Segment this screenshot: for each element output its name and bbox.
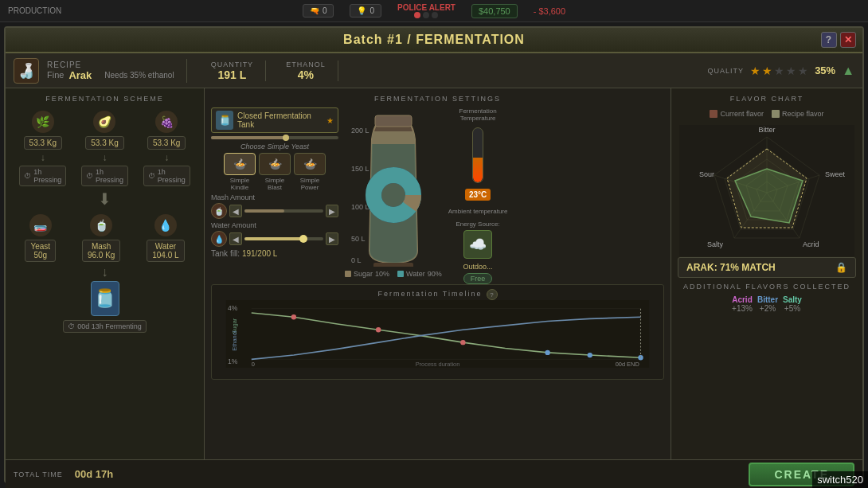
quality-section: QUALITY ★ ★ ★ ★ ★ 35% ▲ [708,64,854,78]
match-text: ARAK: 71% MATCH [686,262,776,273]
top-bar: PRODUCTION 🔫 0 💡 0 POLICE ALERT $40,750 … [0,0,868,22]
jar-legend: Sugar 10% Water 90% [345,270,442,278]
resource2-icon: 💡 [357,6,366,15]
yeast-bowl-1[interactable]: 🍲 [224,153,256,175]
water-pct: 90% [428,270,442,278]
police-dots [414,12,438,18]
svg-text:0 L: 0 L [351,256,362,264]
ingredients-row: 🌿 53.3 Kg 🥑 53.3 Kg 🍇 53.3 Kg [12,109,197,150]
temp-energy-section: FermentationTemperature 23°C Ambient tem… [448,107,508,284]
quantity-stat: QUANTITY 191 L [199,61,267,81]
yeast-bowl-2[interactable]: 🍲 [259,153,291,175]
yeast-name-3: SimplePower [300,177,319,191]
mash-amount-ctrl: Mash Amount 🍵 ◀ ▶ [211,193,338,219]
svg-text:Acrid: Acrid [803,240,819,248]
thermometer [472,127,483,183]
jar-section: 200 L 150 L 100 L 50 L 0 L [345,107,442,284]
svg-point-22 [291,314,296,319]
yeast-option-1[interactable]: 🍲 SimpleKindle [224,153,256,191]
svg-text:4%: 4% [228,304,238,312]
yeast-option-3[interactable]: 🍲 SimplePower [294,153,326,191]
tank-icon: 🫙 [216,111,233,130]
timeline-help-icon[interactable]: ? [487,289,498,300]
process-2: ⏱1hPressing [81,166,128,186]
clock-icon-ferm: ⏱ [68,322,75,330]
water-decrease-btn[interactable]: ◀ [229,232,242,245]
salty-name: Salty [783,295,802,304]
yeast-choose-title: Choose Simple Yeast [211,142,338,150]
therm-fill [473,158,483,182]
water-increase-btn[interactable]: ▶ [326,232,338,245]
tank-config: 🫙 Closed Fermentation Tank ★ Choose Simp… [211,107,338,284]
ingredient-3-amount: 53.3 Kg [147,136,186,150]
water-slider[interactable] [244,237,323,240]
timeline-title: Fermentation Timeline [377,290,482,298]
recipe-info: RECIPE Fine Arak Needs 35% ethanol [47,61,174,81]
salty-value: +5% [784,304,800,313]
ingredient-1: 🌿 53.3 Kg [24,109,62,150]
ingredient-2-amount: 53.3 Kg [85,136,123,150]
mash-decrease-btn[interactable]: ◀ [229,205,242,217]
ingredient-1-icon: 🌿 [32,111,54,133]
total-time-label: TOTAL TIME [14,470,63,478]
main-window: Batch #1 / FERMENTATION ? ✕ 🍶 RECIPE Fin… [4,26,864,483]
watermark: switch520 [812,471,868,488]
energy-cost: Free [463,273,493,284]
mash-slider[interactable] [244,209,323,213]
svg-point-25 [545,350,549,355]
tank-fill-value: 191/200 L [242,249,278,258]
money-badge: $40,750 [471,4,518,18]
tank-name: Closed Fermentation Tank [237,111,323,129]
svg-text:0: 0 [252,361,255,368]
svg-point-24 [460,340,465,345]
total-time-value: 00d 17h [75,468,113,480]
content-area: FERMENTATION SCHEME 🌿 53.3 Kg 🥑 53.3 Kg … [6,88,862,459]
process-1: ⏱1hPressing [19,166,66,186]
recipe-flavor-legend: Recipe flavor [772,110,824,118]
police-alert-section: POLICE ALERT [397,3,456,18]
bottom-bar: TOTAL TIME 00d 17h CREATE [6,459,862,488]
svg-point-26 [588,353,592,357]
fermenting-result: 🫙 ⏱00d 13h Fermenting [12,281,197,333]
energy-source-label: Energy Source: [456,221,500,228]
police-alert-label: POLICE ALERT [397,3,456,12]
recipe-icon: 🍶 [14,58,39,84]
star-1: ★ [750,64,760,77]
mash-amount-row: 🍵 ◀ ▶ [211,203,338,219]
sugar-pct: 10% [375,270,389,278]
tank-star: ★ [326,116,334,125]
process-row: ⏱1hPressing ⏱1hPressing ⏱1hPressing [12,166,197,186]
yeast-bowl-3[interactable]: 🍲 [294,153,326,175]
water-amount-row: 💧 ◀ ▶ [211,231,338,247]
water-label2: Water [406,270,425,278]
water-section: 💧 Water104.0 L [147,213,184,262]
help-button[interactable]: ? [821,32,837,48]
flavor-tag-bitter: Bitter +2% [757,295,778,313]
arrow-1: ↓ [41,152,45,163]
yeast-section: 🧫 Yeast50g [25,213,56,262]
yeast-name-2: SimpleBlast [265,177,284,191]
tank-slider-row [211,136,338,139]
mash-section: 🍵 Mash96.0 Kg [82,213,120,262]
recipe-name: Arak [68,69,92,81]
svg-rect-5 [375,115,412,127]
svg-text:Salty: Salty [707,240,724,248]
tank-select[interactable]: 🫙 Closed Fermentation Tank ★ [211,107,338,133]
water-sm-icon: 💧 [211,231,227,247]
right-panel: FLAVOR CHART Current flavor Recipe flavo… [671,88,862,459]
mash-arrows: ⬇ [12,189,197,209]
clock-icon-2: ⏱ [86,172,93,180]
timeline-title-row: Fermentation Timeline ? [218,289,657,300]
current-color-box [710,110,717,118]
ethanol-stat: ETHANOL 4% [274,61,338,81]
svg-text:1%: 1% [228,357,238,365]
quality-up-icon: ▲ [842,64,854,78]
timeline-svg: 4% 1% 0 00d END Sugar Ethanol [218,300,657,368]
window-title-bar: Batch #1 / FERMENTATION ? ✕ [6,28,862,53]
mash-increase-btn[interactable]: ▶ [326,205,338,217]
tank-quality-slider[interactable] [211,136,338,139]
star-5: ★ [798,64,808,77]
yeast-option-2[interactable]: 🍲 SimpleBlast [259,153,291,191]
water-amount-label: Water Amount [211,221,338,229]
close-button[interactable]: ✕ [840,32,856,48]
